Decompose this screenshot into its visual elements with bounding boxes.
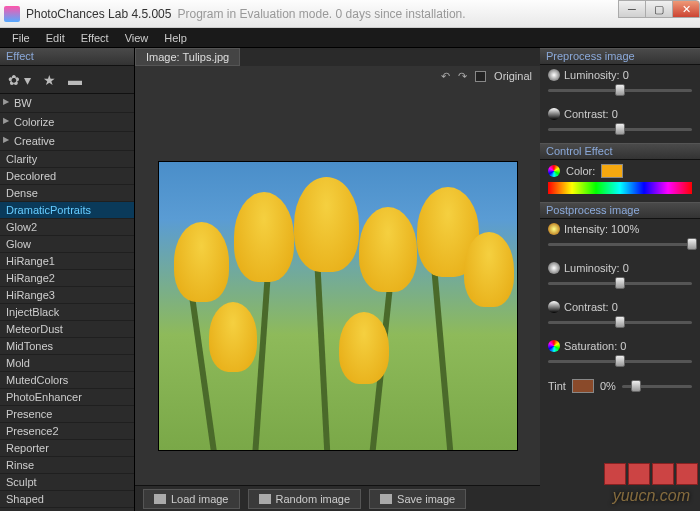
effect-item[interactable]: Shaped (0, 491, 134, 508)
effect-item[interactable]: Clarity (0, 151, 134, 168)
tool-favorite-icon[interactable]: ★ (43, 72, 56, 88)
effect-item[interactable]: MidTones (0, 338, 134, 355)
tint-slider[interactable] (622, 380, 692, 392)
effect-item[interactable]: InjectBlack (0, 304, 134, 321)
original-checkbox[interactable] (475, 71, 486, 82)
menu-edit[interactable]: Edit (38, 30, 73, 46)
effect-item[interactable]: Presence2 (0, 423, 134, 440)
effect-item[interactable]: Glow (0, 236, 134, 253)
contrast-icon (548, 301, 560, 313)
intensity-icon (548, 223, 560, 235)
app-status: Program in Evaluation mode. 0 days since… (177, 7, 465, 21)
effect-group[interactable]: Colorize (0, 113, 134, 132)
effect-item[interactable]: PhotoEnhancer (0, 389, 134, 406)
color-swatch[interactable] (601, 164, 623, 178)
saturation-slider[interactable] (548, 355, 692, 367)
pre-contrast-slider[interactable] (548, 123, 692, 135)
effect-item[interactable]: HiRange1 (0, 253, 134, 270)
effect-item[interactable]: HiRange2 (0, 270, 134, 287)
color-label: Color: (566, 165, 595, 177)
tool-folder-icon[interactable]: ▬ (68, 72, 82, 88)
random-icon (259, 494, 271, 504)
contrast-icon (548, 108, 560, 120)
status-icons (604, 463, 698, 485)
control-effect-header: Control Effect (540, 143, 700, 160)
color-wheel-icon (548, 165, 560, 177)
saturation-icon (548, 340, 560, 352)
original-label: Original (494, 70, 532, 82)
effect-item[interactable]: Presence (0, 406, 134, 423)
intensity-slider[interactable] (548, 238, 692, 250)
effect-item[interactable]: Glow2 (0, 219, 134, 236)
save-image-button[interactable]: Save image (369, 489, 466, 509)
maximize-button[interactable]: ▢ (645, 0, 673, 18)
tint-swatch[interactable] (572, 379, 594, 393)
post-luminosity-label: Luminosity: 0 (564, 262, 629, 274)
effect-item[interactable]: MutedColors (0, 372, 134, 389)
preprocess-header: Preprocess image (540, 48, 700, 65)
effect-item[interactable]: MeteorDust (0, 321, 134, 338)
effect-item[interactable]: Decolored (0, 168, 134, 185)
redo-icon[interactable]: ↷ (458, 70, 467, 83)
canvas-panel: Image: Tulips.jpg ↶ ↷ Original (135, 48, 540, 511)
image-preview (158, 161, 518, 451)
effect-item[interactable]: Reporter (0, 440, 134, 457)
minimize-button[interactable]: ─ (618, 0, 646, 18)
pre-luminosity-slider[interactable] (548, 84, 692, 96)
tool-settings-icon[interactable]: ✿ ▾ (8, 72, 31, 88)
luminosity-icon (548, 262, 560, 274)
menu-help[interactable]: Help (156, 30, 195, 46)
effects-header: Effect (0, 48, 134, 66)
load-icon (154, 494, 166, 504)
menu-bar: File Edit Effect View Help (0, 28, 700, 48)
title-bar: PhotoChances Lab 4.5.005 Program in Eval… (0, 0, 700, 28)
effect-item[interactable]: Sculpt (0, 474, 134, 491)
close-button[interactable]: ✕ (672, 0, 700, 18)
menu-file[interactable]: File (4, 30, 38, 46)
menu-effect[interactable]: Effect (73, 30, 117, 46)
app-logo-icon (4, 6, 20, 22)
load-image-button[interactable]: Load image (143, 489, 240, 509)
post-luminosity-slider[interactable] (548, 277, 692, 289)
post-contrast-slider[interactable] (548, 316, 692, 328)
save-icon (380, 494, 392, 504)
effect-item[interactable]: Rinse (0, 457, 134, 474)
effects-list[interactable]: BWColorizeCreativeClarityDecoloredDenseD… (0, 94, 134, 511)
menu-view[interactable]: View (117, 30, 157, 46)
effect-item[interactable]: Dense (0, 185, 134, 202)
pre-contrast-label: Contrast: 0 (564, 108, 618, 120)
postprocess-header: Postprocess image (540, 202, 700, 219)
undo-icon[interactable]: ↶ (441, 70, 450, 83)
tint-label: Tint (548, 380, 566, 392)
effect-item[interactable]: HiRange3 (0, 287, 134, 304)
saturation-label: Saturation: 0 (564, 340, 626, 352)
effect-item[interactable]: DramaticPortraits (0, 202, 134, 219)
post-contrast-label: Contrast: 0 (564, 301, 618, 313)
effect-group[interactable]: Creative (0, 132, 134, 151)
luminosity-icon (548, 69, 560, 81)
effects-toolbar: ✿ ▾ ★ ▬ (0, 66, 134, 94)
hue-slider[interactable] (548, 182, 692, 194)
image-tab[interactable]: Image: Tulips.jpg (135, 48, 240, 66)
controls-panel: Preprocess image Luminosity: 0 Contrast:… (540, 48, 700, 511)
random-image-button[interactable]: Random image (248, 489, 362, 509)
effect-group[interactable]: BW (0, 94, 134, 113)
pre-luminosity-label: Luminosity: 0 (564, 69, 629, 81)
intensity-label: Intensity: 100% (564, 223, 639, 235)
effects-panel: Effect ✿ ▾ ★ ▬ BWColorizeCreativeClarity… (0, 48, 135, 511)
tint-value: 0% (600, 380, 616, 392)
app-title: PhotoChances Lab 4.5.005 (26, 7, 171, 21)
effect-item[interactable]: Mold (0, 355, 134, 372)
